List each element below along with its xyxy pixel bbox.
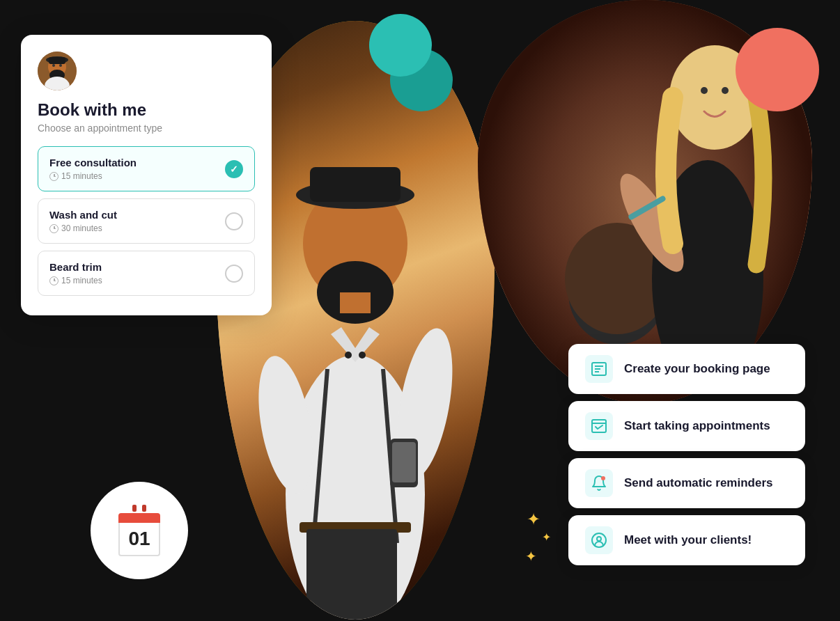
appt-duration-beard-trim: 15 minutes: [49, 276, 102, 285]
booking-title: Book with me: [38, 100, 255, 120]
svg-point-14: [345, 352, 352, 359]
booking-subtitle: Choose an appointment type: [38, 123, 255, 134]
appt-duration-wash-and-cut: 30 minutes: [49, 223, 117, 233]
avatar-image: [38, 52, 77, 91]
radio-free-consultation[interactable]: ✓: [225, 160, 243, 178]
clock-icon-3: [49, 276, 59, 285]
radio-wash-and-cut[interactable]: [225, 212, 243, 230]
feature-card-create-booking: Create your booking page: [568, 344, 805, 394]
clients-icon: [585, 526, 613, 554]
appointment-item-wash-and-cut[interactable]: Wash and cut 30 minutes: [38, 198, 255, 244]
feature-cards-list: Create your booking page Start taking ap…: [568, 344, 805, 565]
clock-icon-2: [49, 224, 59, 233]
appt-name-beard-trim: Beard trim: [49, 261, 102, 273]
feature-text-create-booking: Create your booking page: [624, 362, 770, 376]
svg-rect-37: [592, 420, 606, 432]
appt-name-wash-and-cut: Wash and cut: [49, 209, 117, 221]
svg-point-15: [359, 352, 366, 359]
booking-card: Book with me Choose an appointment type …: [21, 35, 272, 315]
appt-info-wash-and-cut: Wash and cut 30 minutes: [49, 209, 117, 233]
calendar-badge: 01: [91, 482, 188, 579]
booking-page-icon: [585, 355, 613, 383]
svg-point-41: [597, 537, 601, 541]
svg-rect-7: [310, 167, 400, 202]
appt-duration-free-consultation: 15 minutes: [49, 171, 137, 181]
main-scene: 01 ✦ ✦ ✦ Book wi: [0, 0, 840, 621]
appt-name-free-consultation: Free consultation: [49, 157, 137, 168]
feature-card-meet-clients: Meet with your clients!: [568, 515, 805, 565]
appt-info-beard-trim: Beard trim 15 minutes: [49, 261, 102, 285]
reminders-icon: [585, 469, 613, 497]
calendar-top-bar: [118, 513, 160, 523]
svg-point-23: [722, 87, 729, 94]
svg-rect-9: [340, 292, 371, 313]
appt-info-free-consultation: Free consultation 15 minutes: [49, 157, 137, 181]
coral-circle: [736, 28, 819, 111]
svg-rect-29: [49, 57, 65, 64]
clock-icon-1: [49, 172, 59, 181]
svg-rect-13: [392, 442, 416, 482]
appointment-item-beard-trim[interactable]: Beard trim 15 minutes: [38, 251, 255, 296]
sparkle-large: ✦: [527, 510, 540, 529]
feature-text-start-appointments: Start taking appointments: [624, 419, 770, 433]
appointment-list: Free consultation 15 minutes ✓ Wash and …: [38, 146, 255, 296]
radio-beard-trim[interactable]: [225, 265, 243, 283]
svg-point-31: [52, 64, 55, 67]
sparkle-medium: ✦: [525, 548, 537, 565]
feature-text-meet-clients: Meet with your clients!: [624, 533, 752, 547]
svg-point-32: [59, 64, 62, 67]
calendar-day: 01: [118, 523, 160, 556]
svg-rect-4: [306, 529, 397, 620]
avatar: [38, 52, 77, 91]
svg-point-39: [601, 476, 605, 480]
appointments-icon: [585, 412, 613, 440]
appointment-item-free-consultation[interactable]: Free consultation 15 minutes ✓: [38, 146, 255, 191]
feature-card-start-appointments: Start taking appointments: [568, 401, 805, 451]
sparkle-small: ✦: [542, 530, 551, 544]
teal-circle-top: [369, 14, 432, 77]
feature-card-send-reminders: Send automatic reminders: [568, 458, 805, 508]
svg-point-22: [701, 87, 708, 94]
checkmark-icon: ✓: [230, 164, 238, 175]
feature-text-send-reminders: Send automatic reminders: [624, 476, 773, 490]
